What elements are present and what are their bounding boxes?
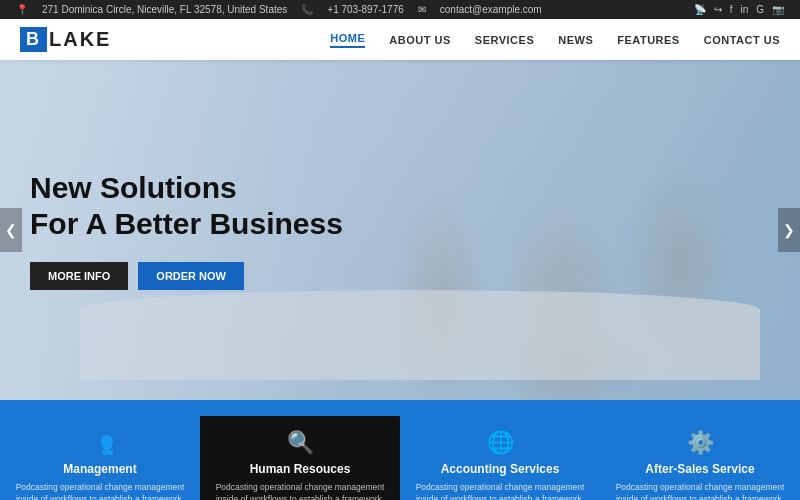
header: B LAKE HOME ABOUT US SERVICES NEWS FEATU… (0, 19, 800, 60)
main-nav: HOME ABOUT US SERVICES NEWS FEATURES CON… (330, 32, 780, 48)
nav-services[interactable]: SERVICES (475, 34, 534, 46)
hero-next-arrow[interactable]: ❯ (778, 208, 800, 252)
nav-home[interactable]: HOME (330, 32, 365, 48)
nav-about[interactable]: ABOUT US (389, 34, 450, 46)
hero-section: ❮ ❯ New Solutions For A Better Business … (0, 60, 800, 400)
social-facebook-icon[interactable]: f (730, 4, 733, 15)
logo-name: LAKE (49, 28, 111, 51)
service-title-0: Management (10, 462, 190, 476)
social-instagram-icon[interactable]: 📷 (772, 4, 784, 15)
topbar-email: contact@example.com (440, 4, 542, 15)
social-forward-icon[interactable]: ↪ (714, 4, 722, 15)
nav-features[interactable]: FEATURES (617, 34, 679, 46)
hero-title: New Solutions For A Better Business (30, 170, 343, 242)
email-icon: ✉ (418, 4, 426, 15)
logo[interactable]: B LAKE (20, 27, 111, 52)
service-icon-2: 🌐 (410, 430, 590, 456)
nav-news[interactable]: NEWS (558, 34, 593, 46)
social-google-icon[interactable]: G (756, 4, 764, 15)
location-icon: 📍 (16, 4, 28, 15)
service-card-2: 🌐 Accounting Services Podcasting operati… (400, 416, 600, 500)
topbar-phone: +1 703-897-1776 (327, 4, 403, 15)
more-info-button[interactable]: More Info (30, 262, 128, 290)
social-linkedin-icon[interactable]: in (740, 4, 748, 15)
service-card-1: 🔍 Human Resouces Podcasting operational … (200, 416, 400, 500)
service-card-0: 👥 Management Podcasting operational chan… (0, 416, 200, 500)
service-title-1: Human Resouces (210, 462, 390, 476)
topbar-address: 271 Dominica Circle, Niceville, FL 32578… (42, 4, 287, 15)
service-title-3: After-Sales Service (610, 462, 790, 476)
chevron-left-icon: ❮ (5, 222, 17, 238)
hero-prev-arrow[interactable]: ❮ (0, 208, 22, 252)
topbar-social: 📡 ↪ f in G 📷 (694, 4, 784, 15)
service-icon-1: 🔍 (210, 430, 390, 456)
topbar: 📍 271 Dominica Circle, Niceville, FL 325… (0, 0, 800, 19)
service-desc-2: Podcasting operational change management… (410, 482, 590, 500)
service-desc-0: Podcasting operational change management… (10, 482, 190, 500)
social-rss-icon[interactable]: 📡 (694, 4, 706, 15)
service-card-3: ⚙️ After-Sales Service Podcasting operat… (600, 416, 800, 500)
service-title-2: Accounting Services (410, 462, 590, 476)
logo-letter: B (20, 27, 47, 52)
chevron-right-icon: ❯ (783, 222, 795, 238)
service-icon-0: 👥 (10, 430, 190, 456)
service-desc-1: Podcasting operational change management… (210, 482, 390, 500)
services-section: 👥 Management Podcasting operational chan… (0, 400, 800, 500)
hero-content: New Solutions For A Better Business More… (30, 170, 343, 290)
service-icon-3: ⚙️ (610, 430, 790, 456)
nav-contact[interactable]: CONTACT US (704, 34, 780, 46)
topbar-left: 📍 271 Dominica Circle, Niceville, FL 325… (16, 4, 542, 15)
hero-title-line2: For A Better Business (30, 207, 343, 240)
service-desc-3: Podcasting operational change management… (610, 482, 790, 500)
hero-buttons: More Info Order Now (30, 262, 343, 290)
order-now-button[interactable]: Order Now (138, 262, 244, 290)
phone-icon: 📞 (301, 4, 313, 15)
hero-title-line1: New Solutions (30, 171, 237, 204)
